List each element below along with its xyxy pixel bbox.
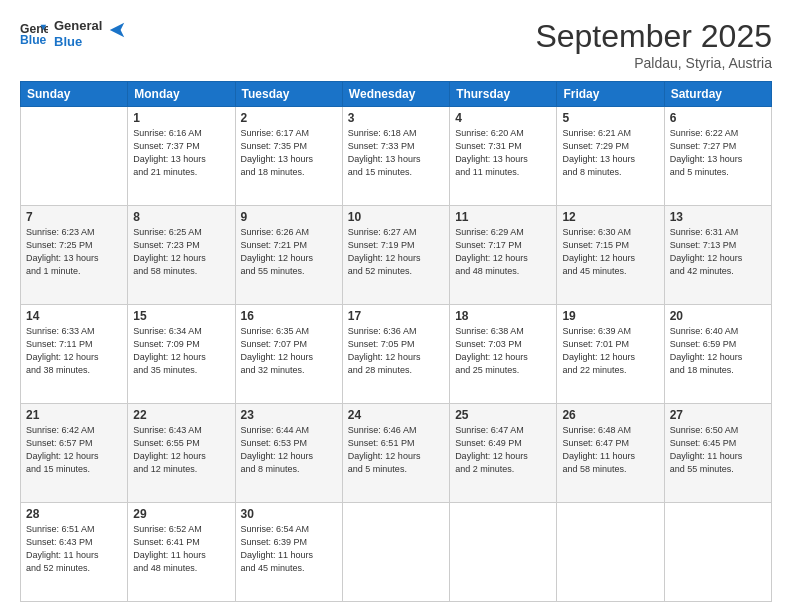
day-number: 2 <box>241 111 337 125</box>
day-info: Sunrise: 6:30 AM Sunset: 7:15 PM Dayligh… <box>562 226 658 278</box>
table-row: 11Sunrise: 6:29 AM Sunset: 7:17 PM Dayli… <box>450 206 557 305</box>
day-info: Sunrise: 6:31 AM Sunset: 7:13 PM Dayligh… <box>670 226 766 278</box>
calendar-week-row: 14Sunrise: 6:33 AM Sunset: 7:11 PM Dayli… <box>21 305 772 404</box>
table-row: 28Sunrise: 6:51 AM Sunset: 6:43 PM Dayli… <box>21 503 128 602</box>
table-row: 22Sunrise: 6:43 AM Sunset: 6:55 PM Dayli… <box>128 404 235 503</box>
day-number: 12 <box>562 210 658 224</box>
table-row: 30Sunrise: 6:54 AM Sunset: 6:39 PM Dayli… <box>235 503 342 602</box>
table-row <box>664 503 771 602</box>
day-number: 1 <box>133 111 229 125</box>
logo: General Blue General Blue <box>20 18 126 49</box>
day-info: Sunrise: 6:36 AM Sunset: 7:05 PM Dayligh… <box>348 325 444 377</box>
calendar-week-row: 21Sunrise: 6:42 AM Sunset: 6:57 PM Dayli… <box>21 404 772 503</box>
table-row: 24Sunrise: 6:46 AM Sunset: 6:51 PM Dayli… <box>342 404 449 503</box>
table-row: 2Sunrise: 6:17 AM Sunset: 7:35 PM Daylig… <box>235 107 342 206</box>
title-block: September 2025 Paldau, Styria, Austria <box>535 18 772 71</box>
table-row: 27Sunrise: 6:50 AM Sunset: 6:45 PM Dayli… <box>664 404 771 503</box>
svg-marker-3 <box>110 22 124 36</box>
table-row <box>557 503 664 602</box>
table-row: 8Sunrise: 6:25 AM Sunset: 7:23 PM Daylig… <box>128 206 235 305</box>
table-row: 23Sunrise: 6:44 AM Sunset: 6:53 PM Dayli… <box>235 404 342 503</box>
day-number: 20 <box>670 309 766 323</box>
table-row: 5Sunrise: 6:21 AM Sunset: 7:29 PM Daylig… <box>557 107 664 206</box>
logo-blue: Blue <box>54 34 102 50</box>
day-number: 28 <box>26 507 122 521</box>
svg-text:Blue: Blue <box>20 33 47 47</box>
day-info: Sunrise: 6:44 AM Sunset: 6:53 PM Dayligh… <box>241 424 337 476</box>
table-row <box>450 503 557 602</box>
day-info: Sunrise: 6:16 AM Sunset: 7:37 PM Dayligh… <box>133 127 229 179</box>
day-number: 9 <box>241 210 337 224</box>
day-info: Sunrise: 6:34 AM Sunset: 7:09 PM Dayligh… <box>133 325 229 377</box>
table-row: 17Sunrise: 6:36 AM Sunset: 7:05 PM Dayli… <box>342 305 449 404</box>
day-number: 18 <box>455 309 551 323</box>
table-row: 20Sunrise: 6:40 AM Sunset: 6:59 PM Dayli… <box>664 305 771 404</box>
header-monday: Monday <box>128 82 235 107</box>
day-info: Sunrise: 6:47 AM Sunset: 6:49 PM Dayligh… <box>455 424 551 476</box>
day-number: 3 <box>348 111 444 125</box>
table-row: 1Sunrise: 6:16 AM Sunset: 7:37 PM Daylig… <box>128 107 235 206</box>
header-wednesday: Wednesday <box>342 82 449 107</box>
header-thursday: Thursday <box>450 82 557 107</box>
day-info: Sunrise: 6:38 AM Sunset: 7:03 PM Dayligh… <box>455 325 551 377</box>
header-saturday: Saturday <box>664 82 771 107</box>
day-number: 21 <box>26 408 122 422</box>
calendar-week-row: 1Sunrise: 6:16 AM Sunset: 7:37 PM Daylig… <box>21 107 772 206</box>
table-row: 6Sunrise: 6:22 AM Sunset: 7:27 PM Daylig… <box>664 107 771 206</box>
header-tuesday: Tuesday <box>235 82 342 107</box>
day-info: Sunrise: 6:46 AM Sunset: 6:51 PM Dayligh… <box>348 424 444 476</box>
day-number: 22 <box>133 408 229 422</box>
table-row: 16Sunrise: 6:35 AM Sunset: 7:07 PM Dayli… <box>235 305 342 404</box>
day-info: Sunrise: 6:29 AM Sunset: 7:17 PM Dayligh… <box>455 226 551 278</box>
weekday-header-row: Sunday Monday Tuesday Wednesday Thursday… <box>21 82 772 107</box>
table-row: 7Sunrise: 6:23 AM Sunset: 7:25 PM Daylig… <box>21 206 128 305</box>
location-subtitle: Paldau, Styria, Austria <box>535 55 772 71</box>
day-number: 19 <box>562 309 658 323</box>
day-info: Sunrise: 6:50 AM Sunset: 6:45 PM Dayligh… <box>670 424 766 476</box>
day-info: Sunrise: 6:33 AM Sunset: 7:11 PM Dayligh… <box>26 325 122 377</box>
day-number: 25 <box>455 408 551 422</box>
table-row: 15Sunrise: 6:34 AM Sunset: 7:09 PM Dayli… <box>128 305 235 404</box>
day-number: 30 <box>241 507 337 521</box>
logo-icon: General Blue <box>20 20 48 48</box>
table-row: 13Sunrise: 6:31 AM Sunset: 7:13 PM Dayli… <box>664 206 771 305</box>
header-friday: Friday <box>557 82 664 107</box>
table-row: 12Sunrise: 6:30 AM Sunset: 7:15 PM Dayli… <box>557 206 664 305</box>
month-title: September 2025 <box>535 18 772 55</box>
table-row: 19Sunrise: 6:39 AM Sunset: 7:01 PM Dayli… <box>557 305 664 404</box>
logo-general: General <box>54 18 102 34</box>
day-info: Sunrise: 6:48 AM Sunset: 6:47 PM Dayligh… <box>562 424 658 476</box>
day-info: Sunrise: 6:22 AM Sunset: 7:27 PM Dayligh… <box>670 127 766 179</box>
day-info: Sunrise: 6:17 AM Sunset: 7:35 PM Dayligh… <box>241 127 337 179</box>
day-number: 24 <box>348 408 444 422</box>
calendar-week-row: 7Sunrise: 6:23 AM Sunset: 7:25 PM Daylig… <box>21 206 772 305</box>
table-row: 26Sunrise: 6:48 AM Sunset: 6:47 PM Dayli… <box>557 404 664 503</box>
day-number: 29 <box>133 507 229 521</box>
day-number: 17 <box>348 309 444 323</box>
day-info: Sunrise: 6:43 AM Sunset: 6:55 PM Dayligh… <box>133 424 229 476</box>
day-number: 11 <box>455 210 551 224</box>
day-info: Sunrise: 6:27 AM Sunset: 7:19 PM Dayligh… <box>348 226 444 278</box>
table-row: 10Sunrise: 6:27 AM Sunset: 7:19 PM Dayli… <box>342 206 449 305</box>
day-info: Sunrise: 6:18 AM Sunset: 7:33 PM Dayligh… <box>348 127 444 179</box>
day-info: Sunrise: 6:21 AM Sunset: 7:29 PM Dayligh… <box>562 127 658 179</box>
table-row: 4Sunrise: 6:20 AM Sunset: 7:31 PM Daylig… <box>450 107 557 206</box>
day-info: Sunrise: 6:51 AM Sunset: 6:43 PM Dayligh… <box>26 523 122 575</box>
day-number: 14 <box>26 309 122 323</box>
day-info: Sunrise: 6:40 AM Sunset: 6:59 PM Dayligh… <box>670 325 766 377</box>
day-number: 13 <box>670 210 766 224</box>
page: General Blue General Blue September 2025… <box>0 0 792 612</box>
day-number: 5 <box>562 111 658 125</box>
day-info: Sunrise: 6:54 AM Sunset: 6:39 PM Dayligh… <box>241 523 337 575</box>
day-info: Sunrise: 6:35 AM Sunset: 7:07 PM Dayligh… <box>241 325 337 377</box>
day-number: 7 <box>26 210 122 224</box>
table-row <box>21 107 128 206</box>
day-number: 6 <box>670 111 766 125</box>
day-number: 16 <box>241 309 337 323</box>
table-row: 29Sunrise: 6:52 AM Sunset: 6:41 PM Dayli… <box>128 503 235 602</box>
day-number: 4 <box>455 111 551 125</box>
table-row: 3Sunrise: 6:18 AM Sunset: 7:33 PM Daylig… <box>342 107 449 206</box>
table-row: 14Sunrise: 6:33 AM Sunset: 7:11 PM Dayli… <box>21 305 128 404</box>
day-number: 23 <box>241 408 337 422</box>
calendar-table: Sunday Monday Tuesday Wednesday Thursday… <box>20 81 772 602</box>
